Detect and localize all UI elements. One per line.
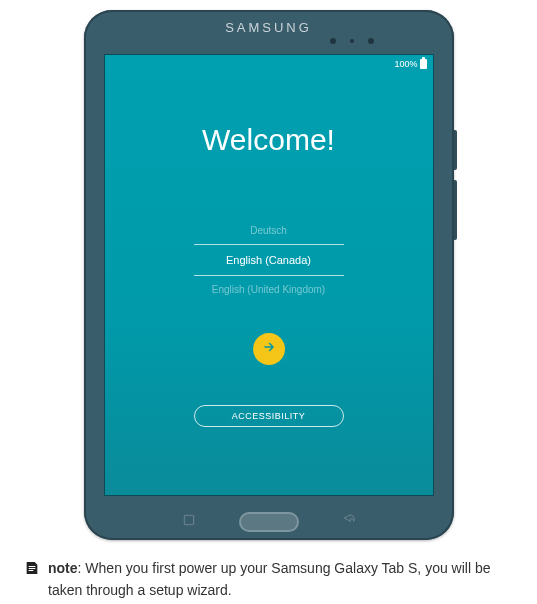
language-option-selected[interactable]: English (Canada) <box>194 244 344 276</box>
front-sensors <box>330 38 374 44</box>
note-body: When you first power up your Samsung Gal… <box>48 560 491 598</box>
back-button[interactable] <box>341 512 357 532</box>
arrow-right-icon <box>262 340 276 358</box>
note-icon <box>24 560 40 601</box>
next-button[interactable] <box>253 333 285 365</box>
note-text: note: When you first power up your Samsu… <box>48 558 507 601</box>
language-option-prev[interactable]: Deutsch <box>105 217 433 244</box>
note-block: note: When you first power up your Samsu… <box>0 540 537 604</box>
note-label: note <box>48 560 78 576</box>
svg-rect-0 <box>184 515 193 524</box>
welcome-title: Welcome! <box>105 123 433 157</box>
recent-apps-button[interactable] <box>181 512 197 532</box>
language-option-next[interactable]: English (United Kingdom) <box>105 276 433 303</box>
status-bar: 100% <box>105 55 433 73</box>
home-button[interactable] <box>239 512 299 532</box>
device-brand: SAMSUNG <box>84 10 454 35</box>
language-picker[interactable]: Deutsch English (Canada) English (United… <box>105 217 433 303</box>
volume-button[interactable] <box>454 180 457 240</box>
power-button[interactable] <box>454 130 457 170</box>
battery-percentage: 100% <box>394 59 417 69</box>
tablet-device: SAMSUNG 100% Welcome! Deutsch English (C… <box>84 10 454 540</box>
battery-icon <box>420 59 427 69</box>
device-screen: 100% Welcome! Deutsch English (Canada) E… <box>104 54 434 496</box>
accessibility-button[interactable]: ACCESSIBILITY <box>194 405 344 427</box>
